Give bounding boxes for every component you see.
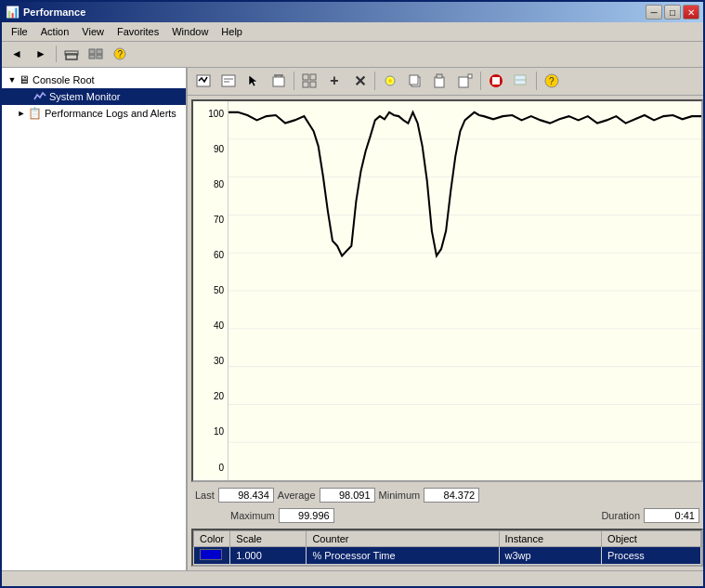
freeze-btn[interactable] (509, 70, 533, 92)
status-bar (2, 570, 703, 586)
copy-btn[interactable] (403, 70, 427, 92)
main-toolbar: ◄ ► ? (2, 42, 703, 67)
window-controls: ─ □ ✕ (646, 5, 699, 20)
col-object: Object (602, 530, 701, 546)
svg-rect-18 (310, 74, 316, 80)
menu-window[interactable]: Window (166, 24, 214, 39)
svg-rect-5 (97, 55, 102, 59)
last-stat: Last 98.434 (195, 488, 274, 503)
close-button[interactable]: ✕ (683, 5, 699, 20)
chart-toolbar: + ✕ (188, 68, 705, 96)
duration-label: Duration (601, 510, 640, 521)
add-btn[interactable]: + (322, 70, 346, 92)
counter-object: Process (602, 546, 701, 564)
remove-btn[interactable]: ✕ (347, 70, 372, 92)
chart-area: 100 90 80 70 60 50 40 30 20 10 0 (191, 99, 703, 482)
svg-text:?: ? (118, 49, 124, 59)
pl-expand: ► (15, 109, 28, 118)
main-container: ▼ 🖥 Console Root System Monitor ► 📋 Perf… (2, 68, 705, 570)
svg-marker-12 (249, 75, 257, 86)
tree-item-system-monitor[interactable]: System Monitor (2, 88, 186, 106)
pl-icon: 📋 (28, 107, 42, 120)
svg-rect-4 (89, 55, 95, 59)
new-counter-btn[interactable] (191, 70, 215, 92)
expand-icon: ▼ (6, 75, 19, 85)
maximum-value: 99.996 (279, 508, 334, 523)
svg-rect-31 (492, 77, 500, 85)
svg-rect-13 (273, 77, 284, 86)
counter-name: % Processor Time (307, 546, 499, 564)
maximize-button[interactable]: □ (664, 5, 681, 20)
tree-item-perf-logs[interactable]: ► 📋 Performance Logs and Alerts (2, 105, 186, 122)
average-stat: Average 98.091 (278, 488, 375, 503)
minimize-button[interactable]: ─ (646, 5, 662, 20)
svg-point-22 (388, 79, 392, 83)
chart-help-btn[interactable]: ? (540, 70, 564, 92)
menu-bar: File Action View Favorites Window Help (2, 22, 703, 42)
window-title: Performance (23, 7, 85, 18)
average-label: Average (278, 490, 316, 501)
left-panel: ▼ 🖥 Console Root System Monitor ► 📋 Perf… (2, 68, 188, 570)
title-bar: 📊 Performance ─ □ ✕ (2, 2, 703, 22)
svg-rect-9 (222, 75, 235, 86)
ct-sep2 (374, 72, 375, 90)
grid-btn[interactable] (297, 70, 321, 92)
counter-scale: 1.000 (230, 546, 307, 564)
back-button[interactable]: ◄ (6, 44, 28, 64)
svg-text:?: ? (549, 76, 555, 86)
paste-btn[interactable] (428, 70, 452, 92)
maximum-stat: Maximum 99.996 (230, 508, 334, 523)
minimum-stat: Minimum 84.372 (379, 488, 480, 503)
properties-btn[interactable] (216, 70, 241, 92)
minimum-value: 84.372 (424, 488, 479, 503)
svg-rect-19 (303, 82, 308, 87)
ct-sep3 (480, 72, 481, 90)
svg-rect-20 (310, 82, 316, 87)
minimum-label: Minimum (379, 490, 421, 501)
sm-icon (33, 90, 46, 104)
forward-button[interactable]: ► (30, 44, 52, 64)
toolbar-separator (56, 46, 57, 62)
delete-btn[interactable] (267, 70, 291, 92)
app-icon: 📊 (6, 6, 20, 19)
menu-help[interactable]: Help (215, 24, 248, 39)
maximum-label: Maximum (230, 510, 275, 521)
svg-rect-29 (468, 74, 472, 78)
stop-btn[interactable] (484, 70, 508, 92)
sm-expand (20, 92, 33, 101)
tree-item-console-root[interactable]: ▼ 🖥 Console Root (2, 72, 186, 88)
last-label: Last (195, 490, 215, 501)
up-button[interactable] (60, 44, 83, 64)
chart-canvas (228, 101, 701, 480)
ct-sep1 (294, 72, 294, 90)
counter-table-container: Color Scale Counter Instance Object 1.00… (191, 529, 703, 567)
duration-value: 0:41 (644, 508, 699, 523)
color-swatch (200, 549, 222, 560)
export-btn[interactable] (453, 70, 477, 92)
menu-file[interactable]: File (6, 24, 33, 39)
counter-color (194, 546, 230, 564)
highlight-btn[interactable] (378, 70, 402, 92)
svg-rect-17 (303, 74, 308, 80)
console-icon: 🖥 (19, 73, 30, 86)
right-panel: + ✕ (188, 68, 705, 570)
stats-bar: Last 98.434 Average 98.091 Minimum 84.37… (189, 484, 705, 506)
svg-rect-26 (437, 74, 442, 78)
cursor-btn[interactable] (242, 70, 266, 92)
y-axis: 100 90 80 70 60 50 40 30 20 10 0 (193, 101, 228, 480)
col-scale: Scale (230, 530, 307, 546)
menu-action[interactable]: Action (35, 24, 75, 39)
counter-table: Color Scale Counter Instance Object 1.00… (193, 530, 701, 565)
svg-rect-3 (97, 49, 102, 54)
svg-rect-25 (435, 77, 444, 87)
stats-bar-2: Maximum 99.996 Duration 0:41 (189, 506, 705, 527)
view-button[interactable] (85, 44, 107, 64)
counter-instance: w3wp (499, 546, 602, 564)
menu-favorites[interactable]: Favorites (111, 24, 164, 39)
help-button[interactable]: ? (109, 44, 131, 64)
col-counter: Counter (307, 530, 499, 546)
average-value: 98.091 (320, 488, 375, 503)
svg-rect-2 (89, 49, 95, 54)
menu-view[interactable]: View (76, 24, 110, 39)
table-row[interactable]: 1.000 % Processor Time w3wp Process (194, 546, 701, 564)
